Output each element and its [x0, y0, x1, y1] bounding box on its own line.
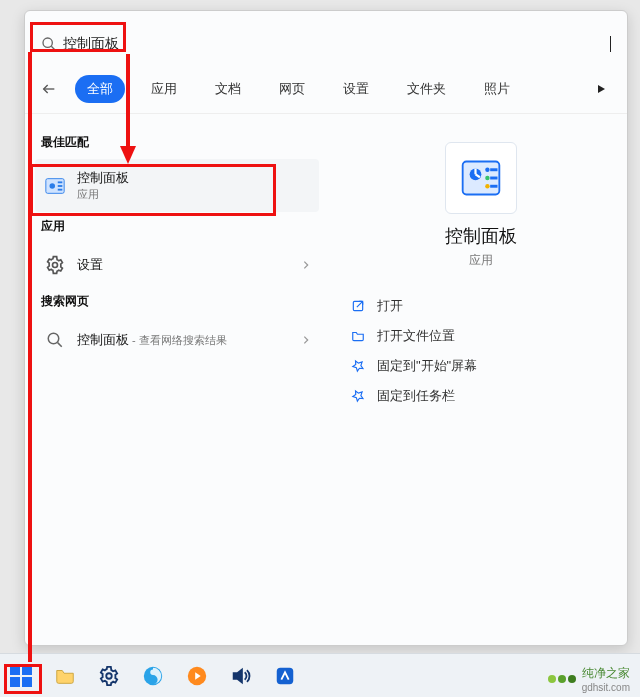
action-pin-start[interactable]: 固定到"开始"屏幕 [345, 351, 617, 381]
action-open[interactable]: 打开 [345, 291, 617, 321]
apps-settings-label: 设置 [77, 256, 103, 274]
action-pin-taskbar[interactable]: 固定到任务栏 [345, 381, 617, 411]
web-search-hint: - 查看网络搜索结果 [129, 334, 227, 346]
web-search-item[interactable]: 控制面板 - 查看网络搜索结果 [35, 318, 319, 362]
svg-point-14 [485, 168, 489, 172]
best-match-title: 控制面板 [77, 169, 129, 187]
search-input[interactable] [63, 36, 610, 52]
taskbar-explorer[interactable] [50, 661, 80, 691]
tab-photos[interactable]: 照片 [472, 75, 522, 103]
tab-folders[interactable]: 文件夹 [395, 75, 458, 103]
svg-point-16 [485, 176, 489, 180]
taskbar-media[interactable] [182, 661, 212, 691]
details-pane: 控制面板 应用 打开 打开文件位置 [325, 114, 627, 638]
tab-settings[interactable]: 设置 [331, 75, 381, 103]
svg-rect-26 [277, 667, 294, 684]
text-cursor [610, 36, 611, 52]
gear-icon [98, 665, 120, 687]
tab-web[interactable]: 网页 [267, 75, 317, 103]
detail-subtitle: 应用 [345, 252, 617, 269]
pin-icon [349, 389, 367, 403]
svg-marker-3 [598, 85, 605, 93]
svg-point-18 [485, 184, 489, 188]
action-open-location[interactable]: 打开文件位置 [345, 321, 617, 351]
chevron-right-icon [301, 260, 311, 270]
detail-app-icon [445, 142, 517, 214]
best-match-item[interactable]: 控制面板 应用 [35, 159, 319, 212]
apps-settings-item[interactable]: 设置 [35, 243, 319, 287]
tabs-row: 全部 应用 文档 网页 设置 文件夹 照片 [25, 71, 627, 114]
section-best-match: 最佳匹配 [41, 134, 313, 151]
svg-point-9 [53, 263, 58, 268]
media-icon [186, 665, 208, 687]
section-apps: 应用 [41, 218, 313, 235]
open-icon [349, 299, 367, 313]
section-web: 搜索网页 [41, 293, 313, 310]
pin-icon [349, 359, 367, 373]
taskbar-browser[interactable] [138, 661, 168, 691]
tab-apps[interactable]: 应用 [139, 75, 189, 103]
apps-settings-text: 设置 [77, 256, 103, 274]
control-panel-icon [43, 174, 67, 198]
results-left: 最佳匹配 控制面板 应用 应用 [25, 114, 325, 638]
app-icon [274, 665, 296, 687]
watermark-site: gdhsit.com [582, 682, 630, 693]
watermark-logo-icon [546, 672, 576, 686]
taskbar-volume[interactable] [226, 661, 256, 691]
svg-line-11 [58, 343, 62, 347]
search-icon [41, 36, 57, 52]
web-search-title: 控制面板 [77, 332, 129, 347]
best-match-subtitle: 应用 [77, 187, 129, 202]
chevron-right-icon [301, 335, 311, 345]
taskbar-app[interactable] [270, 661, 300, 691]
search-row [25, 11, 627, 71]
watermark: 纯净之家 gdhsit.com [546, 665, 630, 693]
results-body: 最佳匹配 控制面板 应用 应用 [25, 114, 627, 638]
action-pin-start-label: 固定到"开始"屏幕 [377, 357, 477, 375]
start-button[interactable] [6, 661, 36, 691]
gear-icon [43, 253, 67, 277]
search-panel: 全部 应用 文档 网页 设置 文件夹 照片 最佳匹配 [24, 10, 628, 646]
taskbar [0, 653, 640, 697]
watermark-brand: 纯净之家 [582, 665, 630, 682]
best-match-text: 控制面板 应用 [77, 169, 129, 202]
search-box[interactable] [41, 29, 611, 59]
detail-title: 控制面板 [345, 224, 617, 248]
action-open-location-label: 打开文件位置 [377, 327, 455, 345]
action-open-label: 打开 [377, 297, 403, 315]
svg-point-21 [106, 673, 112, 679]
svg-point-0 [43, 38, 52, 47]
svg-marker-25 [234, 669, 242, 682]
svg-point-10 [48, 333, 59, 344]
svg-point-5 [50, 183, 56, 189]
tab-docs[interactable]: 文档 [203, 75, 253, 103]
taskbar-settings[interactable] [94, 661, 124, 691]
browser-swirl-icon [142, 665, 164, 687]
speaker-icon [230, 665, 252, 687]
windows-logo-icon [10, 665, 32, 687]
action-pin-taskbar-label: 固定到任务栏 [377, 387, 455, 405]
tab-all[interactable]: 全部 [75, 75, 125, 103]
back-button[interactable] [37, 77, 61, 101]
svg-line-1 [51, 46, 55, 50]
expand-tabs-button[interactable] [587, 79, 615, 99]
search-icon [43, 328, 67, 352]
folder-icon [349, 329, 367, 343]
web-search-text: 控制面板 - 查看网络搜索结果 [77, 331, 227, 349]
folder-icon [54, 665, 76, 687]
